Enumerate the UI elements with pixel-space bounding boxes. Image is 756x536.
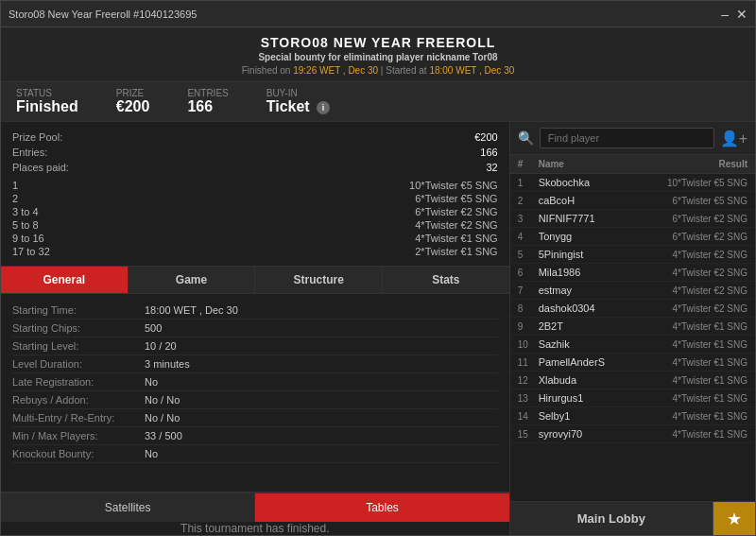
- player-rank: 5: [518, 250, 539, 260]
- minimize-button[interactable]: –: [721, 8, 729, 21]
- player-row[interactable]: 7estmay4*Twister €2 SNG: [510, 282, 755, 300]
- favorite-button[interactable]: ★: [713, 502, 755, 535]
- tournament-subtitle: Special bounty for eliminating player ni…: [1, 52, 755, 62]
- bottom-bar: Main Lobby ★: [510, 501, 755, 535]
- finish-time: 19:26 WET , Dec 30: [293, 65, 378, 76]
- player-result: 4*Twister €1 SNG: [662, 375, 747, 386]
- tab-game[interactable]: Game: [129, 267, 256, 293]
- detail-label: Multi-Entry / Re-Entry:: [12, 412, 145, 424]
- player-rank: 11: [518, 357, 539, 368]
- detail-label: Starting Time:: [12, 304, 145, 316]
- player-row[interactable]: 2caBcoH6*Twister €5 SNG: [510, 192, 755, 210]
- entries-value2: 166: [480, 147, 497, 158]
- player-rank: 10: [518, 339, 539, 350]
- finish-label: Finished on: [242, 65, 291, 76]
- entries-value: 166: [187, 98, 228, 115]
- pool-value: €200: [474, 131, 497, 143]
- detail-row: Multi-Entry / Re-Entry:No / No: [12, 409, 498, 427]
- window-title: Storo08 New Year Freeroll #1040123695: [9, 9, 197, 20]
- detail-value: 500: [145, 322, 162, 334]
- tab-general[interactable]: General: [1, 267, 129, 293]
- player-row[interactable]: 13Hirurgus14*Twister €1 SNG: [510, 389, 755, 407]
- search-input[interactable]: [540, 128, 714, 148]
- player-result: 4*Twister €1 SNG: [662, 321, 747, 332]
- tab-structure[interactable]: Structure: [255, 267, 383, 293]
- player-result: 10*Twister €5 SNG: [662, 178, 747, 188]
- player-name: 2B2T: [539, 320, 662, 332]
- player-rank: 14: [518, 411, 539, 422]
- left-panel: Prize Pool: €200 Entries: 166 Places pai…: [1, 122, 510, 535]
- detail-label: Knockout Bounty:: [12, 448, 145, 459]
- bottom-section: Satellites Tables This tournament has fi…: [1, 492, 509, 535]
- player-result: 4*Twister €2 SNG: [662, 303, 747, 314]
- player-rank: 12: [518, 375, 539, 386]
- player-result: 4*Twister €1 SNG: [662, 411, 747, 422]
- player-row[interactable]: 4Tonygg6*Twister €2 SNG: [510, 228, 755, 246]
- pool-row: Prize Pool: €200: [12, 130, 498, 145]
- detail-value: No: [145, 376, 158, 388]
- player-name: Selby1: [539, 410, 662, 422]
- detail-label: Starting Level:: [12, 340, 145, 352]
- player-name: caBcoH: [539, 195, 662, 206]
- detail-label: Late Registration:: [12, 376, 145, 388]
- player-row[interactable]: 15syrovyi704*Twister €1 SNG: [510, 425, 755, 443]
- place-prize: 4*Twister €2 SNG: [415, 219, 497, 231]
- entries-label: Entries: [187, 88, 228, 98]
- place-range: 9 to 16: [12, 233, 44, 244]
- player-name: PamellAnderS: [539, 356, 662, 368]
- player-row[interactable]: 92B2T4*Twister €1 SNG: [510, 318, 755, 336]
- detail-row: Starting Level:10 / 20: [12, 337, 498, 355]
- place-row: 3 to 46*Twister €2 SNG: [12, 205, 498, 218]
- player-row[interactable]: 8dashok03044*Twister €2 SNG: [510, 300, 755, 318]
- place-prize: 4*Twister €1 SNG: [415, 233, 497, 244]
- player-result: 4*Twister €1 SNG: [662, 393, 747, 404]
- player-row[interactable]: 55Piningist4*Twister €2 SNG: [510, 246, 755, 264]
- tournament-title: STORO08 NEW YEAR FREEROLL: [1, 35, 755, 50]
- place-range: 17 to 32: [12, 246, 50, 257]
- player-rank: 1: [518, 178, 539, 188]
- tab-stats[interactable]: Stats: [383, 267, 509, 293]
- tournament-time: Finished on 19:26 WET , Dec 30 | Started…: [1, 65, 755, 76]
- place-prize: 2*Twister €1 SNG: [415, 246, 497, 257]
- player-row[interactable]: 10Sazhik4*Twister €1 SNG: [510, 336, 755, 354]
- info-icon[interactable]: i: [317, 101, 330, 114]
- player-row[interactable]: 3NIFNIF77716*Twister €2 SNG: [510, 210, 755, 228]
- add-player-icon[interactable]: 👤+: [720, 130, 747, 147]
- player-row[interactable]: 1Skobochka10*Twister €5 SNG: [510, 174, 755, 192]
- detail-row: Rebuys / Addon:No / No: [12, 391, 498, 409]
- player-result: 6*Twister €5 SNG: [662, 196, 747, 206]
- player-name: Skobochka: [539, 177, 662, 188]
- player-row[interactable]: 6Mila19864*Twister €2 SNG: [510, 264, 755, 282]
- player-table-header: # Name Result: [510, 155, 755, 174]
- detail-value: 33 / 500: [145, 430, 182, 441]
- start-label: Started at: [386, 65, 426, 76]
- player-row[interactable]: 14Selby14*Twister €1 SNG: [510, 407, 755, 425]
- buyin-label: Buy-in: [266, 88, 330, 98]
- tournament-header: STORO08 NEW YEAR FREEROLL Special bounty…: [1, 27, 755, 82]
- info-bar: Status Finished Prize €200 Entries 166 B…: [1, 82, 755, 122]
- detail-row: Knockout Bounty:No: [12, 445, 498, 463]
- place-row: 110*Twister €5 SNG: [12, 179, 498, 192]
- player-result: 6*Twister €2 SNG: [662, 214, 747, 224]
- tables-tab[interactable]: Tables: [255, 493, 508, 522]
- places-label: Places paid:: [12, 162, 69, 173]
- place-range: 1: [12, 180, 18, 191]
- player-result: 4*Twister €1 SNG: [662, 339, 747, 350]
- place-range: 5 to 8: [12, 219, 39, 231]
- pool-label: Prize Pool:: [12, 131, 62, 143]
- col-result-header: Result: [662, 159, 747, 169]
- player-name: 5Piningist: [539, 249, 662, 260]
- status-value: Finished: [16, 98, 78, 115]
- close-button[interactable]: ✕: [736, 8, 747, 21]
- entries-row: Entries: 166: [12, 145, 498, 160]
- titlebar-controls: – ✕: [721, 8, 747, 21]
- detail-row: Starting Time:18:00 WET , Dec 30: [12, 302, 498, 320]
- player-name: estmay: [539, 285, 662, 296]
- player-rank: 8: [518, 303, 539, 314]
- player-row[interactable]: 12Xlabuda4*Twister €1 SNG: [510, 372, 755, 389]
- place-prize: 10*Twister €5 SNG: [409, 180, 498, 191]
- player-table: 1Skobochka10*Twister €5 SNG2caBcoH6*Twis…: [510, 174, 755, 501]
- main-lobby-button[interactable]: Main Lobby: [510, 502, 713, 535]
- player-row[interactable]: 11PamellAnderS4*Twister €1 SNG: [510, 354, 755, 372]
- satellites-tab[interactable]: Satellites: [1, 493, 255, 522]
